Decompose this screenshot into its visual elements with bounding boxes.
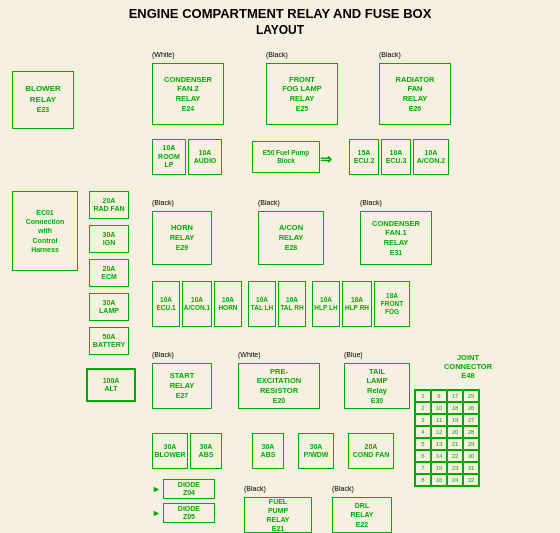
- grid-cell: 25: [463, 390, 479, 402]
- grid-cell: 20: [447, 426, 463, 438]
- horn-relay-color: (Black): [152, 199, 174, 206]
- fuse-100a-alt: 100AALT: [86, 368, 136, 402]
- fuse-30a-ign: 30AIGN: [89, 225, 129, 253]
- diode-z04-row: ► DIODEZ04: [152, 479, 215, 499]
- grid-cell: 32: [463, 474, 479, 486]
- grid-cell: 6: [415, 450, 431, 462]
- grid-cell: 29: [463, 438, 479, 450]
- condenser-fan1-box: CONDENSERFAN.1RELAYE31: [360, 211, 432, 265]
- condenser-fan2-box: CONDENSERFAN.2RELAYE24: [152, 63, 224, 125]
- fuse-front-fog: 18AFRONT FOG: [374, 281, 410, 327]
- grid-cell: 19: [447, 414, 463, 426]
- fuse-room-lp: 10AROOM LP: [152, 139, 186, 175]
- fuse-audio: 10AAUDIO: [188, 139, 222, 175]
- grid-cell: 17: [447, 390, 463, 402]
- arrow-symbol: ⇒: [320, 151, 332, 167]
- fuse-acon2: 10AA/CON.2: [413, 139, 449, 175]
- horn-relay-box: HORNRELAYE29: [152, 211, 212, 265]
- grid-cell: 3: [415, 414, 431, 426]
- pre-exc-color: (White): [238, 351, 261, 358]
- blower-relay-box: BLOWERRELAYE23: [12, 71, 74, 129]
- radiator-fan-color-label: (Black): [379, 51, 401, 58]
- pre-excitation-box: PRE-EXCITATIONRESISTORE20: [238, 363, 320, 409]
- grid-cell: 2: [415, 402, 431, 414]
- grid-cell: 4: [415, 426, 431, 438]
- grid-cell: 13: [431, 438, 447, 450]
- grid-cell: 18: [447, 402, 463, 414]
- front-fog-box: FRONTFOG LAMPRELAYE25: [266, 63, 338, 125]
- fuse-20a-ecm: 20AECM: [89, 259, 129, 287]
- ec01-box: EC01ConnectionwithControlHarness: [12, 191, 78, 271]
- condenser-fan1-color: (Black): [360, 199, 382, 206]
- connector-grid: 1 9 17 25 2 10 18 26 3 11 19 27 4 12 20 …: [414, 389, 480, 487]
- tail-lamp-color: (Blue): [344, 351, 363, 358]
- main-container: ENGINE COMPARTMENT RELAY AND FUSE BOX LA…: [0, 0, 560, 533]
- e50-text: E50 Fuel PumpBlock: [263, 149, 310, 165]
- fuse-ecu1: 10AECU.1: [152, 281, 180, 327]
- drl-relay-box: DRLRELAYE22: [332, 497, 392, 533]
- grid-cell: 16: [431, 474, 447, 486]
- grid-cell: 31: [463, 462, 479, 474]
- grid-cell: 15: [431, 462, 447, 474]
- acon-relay-color: (Black): [258, 199, 280, 206]
- grid-cell: 26: [463, 402, 479, 414]
- fuse-20a-cond-fan: 20ACOND FAN: [348, 433, 394, 469]
- front-fog-color-label: (Black): [266, 51, 288, 58]
- fuel-pump-color: (Black): [244, 485, 266, 492]
- start-relay-color: (Black): [152, 351, 174, 358]
- grid-cell: 14: [431, 450, 447, 462]
- grid-cell: 22: [447, 450, 463, 462]
- start-relay-box: STARTRELAYE27: [152, 363, 212, 409]
- fuse-tal-lh: 10ATAL LH: [248, 281, 276, 327]
- sub-title: LAYOUT: [4, 23, 556, 37]
- grid-cell: 5: [415, 438, 431, 450]
- acon-relay-box: A/CONRELAYE28: [258, 211, 324, 265]
- grid-cell: 27: [463, 414, 479, 426]
- fuse-30a-lamp: 30ALAMP: [89, 293, 129, 321]
- diagram: BLOWERRELAYE23 (White) CONDENSERFAN.2REL…: [4, 43, 556, 533]
- radiator-fan-text: RADIATORFANRELAYE26: [396, 75, 435, 114]
- fuse-hlp-lh: 10AHLP LH: [312, 281, 340, 327]
- fuse-30a-abs2: 30AABS: [252, 433, 284, 469]
- main-title: ENGINE COMPARTMENT RELAY AND FUSE BOX: [4, 6, 556, 21]
- front-fog-text: FRONTFOG LAMPRELAYE25: [282, 75, 322, 114]
- ec01-text: EC01ConnectionwithControlHarness: [26, 208, 65, 253]
- blower-relay-text: BLOWERRELAYE23: [25, 84, 61, 115]
- drl-relay-color: (Black): [332, 485, 354, 492]
- fuse-ecu3: 10AECU.3: [381, 139, 411, 175]
- grid-cell: 28: [463, 426, 479, 438]
- grid-cell: 12: [431, 426, 447, 438]
- fuse-tal-rh: 10ATAL RH: [278, 281, 306, 327]
- condenser-fan2-color-label: (White): [152, 51, 175, 58]
- tail-lamp-relay-box: TAILLAMPRelayE30: [344, 363, 410, 409]
- fuse-50a-battery: 50ABATTERY: [89, 327, 129, 355]
- fuse-horn: 10AHORN: [214, 281, 242, 327]
- fuse-30a-pwdw: 30AP/WDW: [298, 433, 334, 469]
- fuse-hlp-rh: 18AHLP RH: [342, 281, 372, 327]
- fuse-30a-blower: 30ABLOWER: [152, 433, 188, 469]
- diode-z05-row: ► DIODEZ05: [152, 503, 215, 523]
- fuse-acon1: 10AA/CON.1: [182, 281, 212, 327]
- grid-cell: 1: [415, 390, 431, 402]
- grid-cell: 30: [463, 450, 479, 462]
- radiator-fan-box: RADIATORFANRELAYE26: [379, 63, 451, 125]
- joint-connector-label: JOINTCONNECTORE48: [418, 353, 518, 380]
- fuel-pump-relay-box: FUELPUMPRELAYE21: [244, 497, 312, 533]
- fuse-30a-abs1: 30AABS: [190, 433, 222, 469]
- grid-cell: 24: [447, 474, 463, 486]
- condenser-fan2-text: CONDENSERFAN.2RELAYE24: [164, 75, 212, 114]
- grid-cell: 8: [415, 474, 431, 486]
- grid-cell: 21: [447, 438, 463, 450]
- grid-cell: 10: [431, 402, 447, 414]
- fuse-ecu2: 15AECU.2: [349, 139, 379, 175]
- grid-cell: 7: [415, 462, 431, 474]
- grid-cell: 11: [431, 414, 447, 426]
- grid-cell: 23: [447, 462, 463, 474]
- grid-cell: 9: [431, 390, 447, 402]
- fuse-20a-rad-fan: 20ARAD FAN: [89, 191, 129, 219]
- e50-fuel-pump-box: E50 Fuel PumpBlock: [252, 141, 320, 173]
